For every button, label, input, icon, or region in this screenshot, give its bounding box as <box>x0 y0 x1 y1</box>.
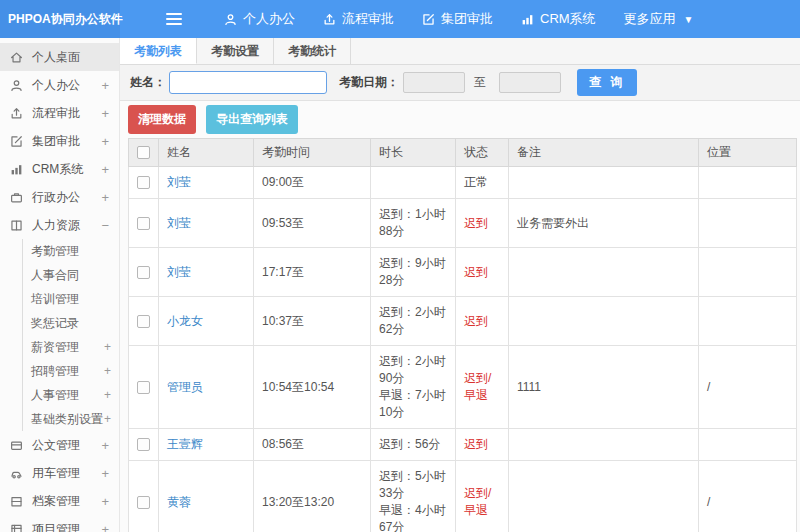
employee-name-link[interactable]: 管理员 <box>167 380 203 394</box>
expand-icon[interactable]: + <box>104 388 111 402</box>
top-navigation: 个人办公流程审批集团审批CRM系统更多应用▼ <box>210 0 708 38</box>
expand-icon[interactable]: + <box>101 522 109 532</box>
sidebar-item[interactable]: CRM系统+ <box>0 155 119 183</box>
app-logo: PHPOA协同办公软件 <box>0 0 120 38</box>
note-cell <box>509 461 699 532</box>
sidebar-item[interactable]: 集团审批+ <box>0 127 119 155</box>
attendance-time: 08:56至 <box>254 429 371 461</box>
tab-bar: 考勤列表考勤设置考勤统计 <box>120 38 800 65</box>
sidebar-item[interactable]: 档案管理+ <box>0 487 119 515</box>
sidebar-item-label: 项目管理 <box>32 521 80 532</box>
row-checkbox[interactable] <box>137 438 150 451</box>
column-header: 姓名 <box>159 139 254 167</box>
name-filter-label: 姓名： <box>130 74 166 91</box>
sidebar-item-label: 集团审批 <box>32 133 80 150</box>
project-icon <box>10 523 25 532</box>
sidebar-item[interactable]: 人力资源− <box>0 211 119 239</box>
status-badge: 迟到 <box>464 265 488 279</box>
sidebar-item[interactable]: 项目管理+ <box>0 515 119 532</box>
export-list-button[interactable]: 导出查询列表 <box>206 105 298 134</box>
expand-icon[interactable]: + <box>101 190 109 205</box>
expand-icon[interactable]: + <box>101 438 109 453</box>
filter-bar: 姓名： 考勤日期： 至 查 询 <box>120 65 800 101</box>
sidebar-item[interactable]: 行政办公+ <box>0 183 119 211</box>
expand-icon[interactable]: + <box>101 134 109 149</box>
sidebar-subitem[interactable]: 人事合同 <box>23 263 119 287</box>
sidebar-subitem[interactable]: 考勤管理 <box>23 239 119 263</box>
column-header: 状态 <box>456 139 509 167</box>
duration-line: 迟到：5小时33分 <box>379 468 447 502</box>
tab-考勤设置[interactable]: 考勤设置 <box>197 38 274 64</box>
topbar: PHPOA协同办公软件 个人办公流程审批集团审批CRM系统更多应用▼ <box>0 0 800 38</box>
car-icon <box>10 467 25 480</box>
topnav-item[interactable]: 个人办公 <box>210 0 309 38</box>
table-row: 王壹辉08:56至迟到：56分迟到 <box>129 429 797 461</box>
date-to-input[interactable] <box>499 72 561 93</box>
note-cell: 1111 <box>509 346 699 429</box>
topnav-item[interactable]: CRM系统 <box>507 0 610 38</box>
name-filter-input[interactable] <box>169 71 327 94</box>
sidebar-subitem[interactable]: 招聘管理+ <box>23 359 119 383</box>
sidebar-subitem[interactable]: 基础类别设置+ <box>23 407 119 431</box>
expand-icon[interactable]: + <box>104 364 111 378</box>
row-checkbox[interactable] <box>137 381 150 394</box>
sidebar-subitem[interactable]: 薪资管理+ <box>23 335 119 359</box>
attendance-time: 09:00至 <box>254 167 371 199</box>
sidebar-subitem-label: 招聘管理 <box>31 363 79 380</box>
chart-icon <box>10 163 25 176</box>
expand-icon[interactable]: − <box>101 218 109 233</box>
expand-icon[interactable]: + <box>101 494 109 509</box>
attendance-table: 姓名考勤时间时长状态备注位置 刘莹09:00至正常刘莹09:53至迟到：1小时8… <box>128 138 797 532</box>
expand-icon[interactable]: + <box>104 340 111 354</box>
note-cell: 业务需要外出 <box>509 199 699 248</box>
sidebar-item-label: 个人桌面 <box>32 49 80 66</box>
topnav-item[interactable]: 流程审批 <box>309 0 408 38</box>
topnav-item[interactable]: 集团审批 <box>408 0 507 38</box>
select-all-checkbox[interactable] <box>137 146 150 159</box>
menu-toggle-icon[interactable] <box>166 13 182 25</box>
row-checkbox[interactable] <box>137 266 150 279</box>
briefcase-icon <box>10 191 25 204</box>
employee-name-link[interactable]: 黄蓉 <box>167 495 191 509</box>
sidebar-item[interactable]: 个人办公+ <box>0 71 119 99</box>
sidebar-item[interactable]: 公文管理+ <box>0 431 119 459</box>
duration-line: 早退：7小时10分 <box>379 387 447 421</box>
sidebar-subitem-label: 培训管理 <box>31 291 79 308</box>
row-checkbox[interactable] <box>137 217 150 230</box>
sidebar-item-label: CRM系统 <box>32 161 83 178</box>
employee-name-link[interactable]: 刘莹 <box>167 175 191 189</box>
employee-name-link[interactable]: 王壹辉 <box>167 437 203 451</box>
topnav-item[interactable]: 更多应用▼ <box>610 0 708 38</box>
clean-data-button[interactable]: 清理数据 <box>128 105 196 134</box>
date-from-input[interactable] <box>403 72 465 93</box>
sidebar-item-label: 公文管理 <box>32 437 80 454</box>
sidebar-subitem-label: 考勤管理 <box>31 243 79 260</box>
search-button[interactable]: 查 询 <box>577 69 637 96</box>
row-checkbox[interactable] <box>137 176 150 189</box>
expand-icon[interactable]: + <box>104 412 111 426</box>
table-row: 刘莹17:17至迟到：9小时28分迟到 <box>129 248 797 297</box>
sidebar-item[interactable]: 流程审批+ <box>0 99 119 127</box>
tab-考勤列表[interactable]: 考勤列表 <box>120 38 197 64</box>
row-checkbox[interactable] <box>137 315 150 328</box>
employee-name-link[interactable]: 刘莹 <box>167 265 191 279</box>
expand-icon[interactable]: + <box>101 162 109 177</box>
sidebar-subitem-label: 人事管理 <box>31 387 79 404</box>
duration-line: 迟到：1小时88分 <box>379 206 447 240</box>
row-checkbox[interactable] <box>137 496 150 509</box>
sidebar-item-label: 用车管理 <box>32 465 80 482</box>
tab-考勤统计[interactable]: 考勤统计 <box>274 38 351 64</box>
sidebar-subitem[interactable]: 奖惩记录 <box>23 311 119 335</box>
status-badge: 迟到 <box>464 216 488 230</box>
expand-icon[interactable]: + <box>101 106 109 121</box>
home-icon <box>10 51 25 64</box>
expand-icon[interactable]: + <box>101 78 109 93</box>
sidebar-item[interactable]: 用车管理+ <box>0 459 119 487</box>
sidebar-item[interactable]: 个人桌面 <box>0 43 119 71</box>
status-badge: 正常 <box>464 175 488 189</box>
expand-icon[interactable]: + <box>101 466 109 481</box>
employee-name-link[interactable]: 小龙女 <box>167 314 203 328</box>
sidebar-subitem[interactable]: 人事管理+ <box>23 383 119 407</box>
sidebar-subitem[interactable]: 培训管理 <box>23 287 119 311</box>
employee-name-link[interactable]: 刘莹 <box>167 216 191 230</box>
